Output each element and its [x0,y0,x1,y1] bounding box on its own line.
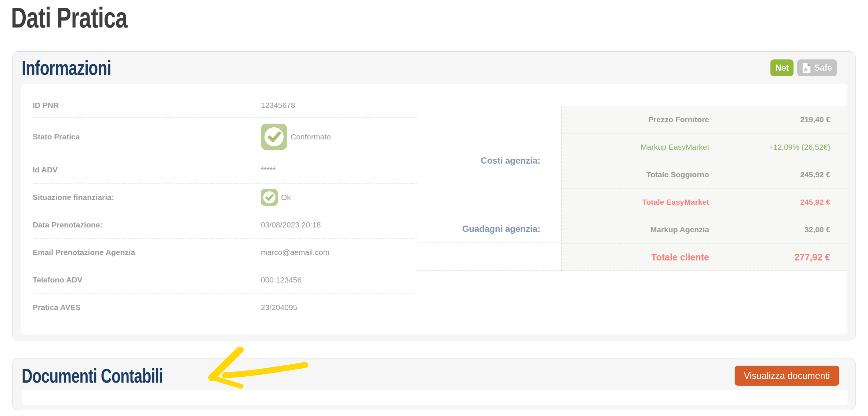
price-label: Markup Agenzia [562,225,709,234]
costi-agenzia-label: Costi agenzia: [417,106,561,215]
cost-group-labels: Costi agenzia: Guadagni agenzia: [417,106,561,335]
field-value: marco@aemail.com [261,248,417,257]
price-label: Totale EasyMarket [562,198,709,207]
field-row-pratica-aves: Pratica AVES 23/204095 [33,294,417,321]
status-confermato-check-icon [261,124,287,150]
field-label: Email Prenotazione Agenzia [33,248,261,257]
documenti-header: Documenti Contabili Visualizza documenti [22,361,848,390]
dati-pratica-page: Dati Pratica Informazioni Net Safe [0,0,868,416]
field-row-id-pnr: ID PNR 12345678 [33,93,417,118]
status-text: Confermato [291,132,331,141]
field-value: Confermato [261,124,417,150]
guadagni-agenzia-label: Guadagni agenzia: [417,215,561,243]
star-page-icon [802,63,811,73]
informazioni-card: ID PNR 12345678 Stato Pratica Confermato [21,84,847,335]
cost-empty-cell [417,243,561,271]
badge-group: Net Safe [770,59,837,76]
field-row-email-prenotazione: Email Prenotazione Agenzia marco@aemail.… [33,239,417,266]
price-label: Totale cliente [562,252,709,263]
field-value: 000 123456 [261,275,417,284]
costs-section: Costi agenzia: Guadagni agenzia: Prezzo … [417,84,847,335]
visualizza-documenti-button[interactable]: Visualizza documenti [735,366,839,386]
net-badge: Net [770,59,794,76]
price-value: 245,92 € [709,198,830,207]
price-label: Totale Soggiorno [562,170,709,179]
field-row-stato-pratica: Stato Pratica Confermato [33,118,417,156]
status-ok-check-icon [261,189,278,206]
field-value: Ok [261,189,417,206]
price-row-totale-easymarket: Totale EasyMarket 245,92 € [562,189,847,216]
field-label: Data Prenotazione: [33,220,261,229]
field-value: 12345678 [261,101,417,110]
field-label: ID PNR [33,101,261,110]
field-row-id-adv: Id ADV ***** [33,156,417,184]
field-value: 03/08/2023 20:18 [261,220,417,229]
safe-badge: Safe [797,59,837,76]
informazioni-panel: Informazioni Net Safe [12,51,856,340]
field-label: Situazione finanziaria: [33,193,261,202]
price-label: Markup EasyMarket [562,143,709,152]
price-row-totale-cliente: Totale cliente 277,92 € [562,244,847,271]
field-row-telefono-adv: Telefono ADV 000 123456 [33,266,417,294]
informazioni-title: Informazioni [22,57,139,79]
price-value: 219,40 € [709,115,830,124]
field-row-situazione-finanziaria: Situazione finanziaria: Ok [33,184,417,211]
field-label: Stato Pratica [33,132,261,141]
field-value: 23/204095 [261,303,417,312]
price-table: Prezzo Fornitore 219,40 € Markup EasyMar… [561,106,847,271]
price-value: 32,00 € [709,225,830,234]
page-title: Dati Pratica [11,1,868,34]
price-label: Prezzo Fornitore [562,115,709,124]
status-text: Ok [281,193,291,202]
documenti-contabili-panel: Documenti Contabili Visualizza documenti [12,358,856,410]
field-label: Telefono ADV [33,275,261,284]
price-value: +12,09% (26,52€) [709,143,830,152]
price-row-markup-easymarket: Markup EasyMarket +12,09% (26,52€) [562,134,847,161]
field-label: Id ADV [33,165,261,174]
price-value: 245,92 € [709,170,830,179]
field-list: ID PNR 12345678 Stato Pratica Confermato [21,84,417,335]
documenti-title: Documenti Contabili [22,365,207,386]
price-value: 277,92 € [709,252,830,263]
field-label: Pratica AVES [33,303,261,312]
field-row-data-prenotazione: Data Prenotazione: 03/08/2023 20:18 [33,211,417,239]
field-value: ***** [261,165,417,174]
price-row-totale-soggiorno: Totale Soggiorno 245,92 € [562,161,847,189]
documents-empty-row [22,390,848,405]
informazioni-header: Informazioni Net Safe [13,52,855,84]
price-row-markup-agenzia: Markup Agenzia 32,00 € [562,216,847,244]
price-row-prezzo-fornitore: Prezzo Fornitore 219,40 € [562,106,847,134]
